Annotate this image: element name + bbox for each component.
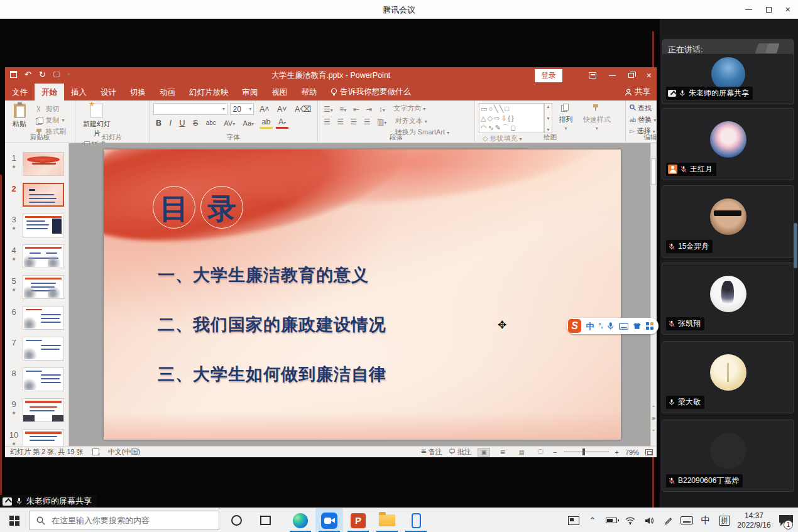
zoom-slider-thumb[interactable]	[582, 448, 585, 455]
text-direction-button[interactable]: 文字方向 ▾	[393, 104, 425, 113]
taskbar-powerpoint[interactable]	[344, 508, 372, 532]
replace-button[interactable]: ab 替换 ▾	[630, 115, 656, 124]
tab-transitions[interactable]: 切换	[123, 84, 153, 100]
decrease-indent-button[interactable]: ⇤	[351, 104, 361, 114]
toc-item-2[interactable]: 二、我们国家的廉政建设情况	[158, 313, 386, 336]
thumbnail-row[interactable]: 10★	[5, 429, 68, 446]
zoom-in-button[interactable]: +	[615, 448, 619, 456]
editor-scrollbar[interactable]	[650, 143, 657, 446]
shrink-font-button[interactable]: A˅	[275, 104, 290, 114]
thumbnail-row[interactable]: 4★	[5, 244, 68, 275]
text-shadow-button[interactable]: abc	[204, 119, 219, 127]
participant-tile[interactable]: 朱老师的屏幕共享	[662, 53, 794, 104]
slide-3-thumbnail[interactable]	[23, 214, 64, 237]
participant-tile[interactable]: 王红月	[662, 108, 794, 180]
ppt-minimize-icon[interactable]	[609, 75, 616, 76]
participant-tile[interactable]: 15金羿舟	[662, 185, 794, 258]
justify-button[interactable]: ☰	[362, 117, 373, 127]
slide-sorter-view-button[interactable]: ⊞	[496, 448, 509, 457]
thumbnail-row[interactable]: 6	[5, 306, 68, 337]
action-center-button[interactable]: 1	[774, 508, 798, 532]
strikethrough-button[interactable]: S	[190, 118, 200, 128]
pen-ime-button[interactable]	[659, 508, 677, 532]
spellcheck-icon[interactable]	[92, 448, 99, 455]
ime-mode-toggle[interactable]: 中	[586, 322, 594, 330]
quick-styles-button[interactable]: 快速样式▾	[579, 103, 615, 132]
shape-gallery-scroll[interactable]: ▲▼▼	[544, 103, 552, 133]
maximize-icon[interactable]	[766, 7, 772, 13]
ime-pinyin-indicator[interactable]: 拼	[715, 508, 734, 532]
tab-animations[interactable]: 动画	[153, 84, 182, 100]
toc-item-1[interactable]: 一、大学生廉洁教育的意义	[158, 264, 369, 286]
language-status[interactable]: 中文(中国)	[108, 447, 140, 457]
arrange-button[interactable]: 排列▾	[555, 103, 576, 132]
taskbar-file-explorer[interactable]	[373, 508, 401, 532]
highlight-color-button[interactable]: ab	[260, 117, 273, 129]
font-color-button[interactable]: A▾	[276, 117, 288, 129]
tab-slideshow[interactable]: 幻灯片放映	[182, 84, 236, 100]
ppt-restore-icon[interactable]	[628, 73, 634, 78]
slide-canvas[interactable]: 目 录 一、大学生廉洁教育的意义 二、我们国家的廉政建设情况 三、大学生如何做到…	[104, 149, 621, 440]
tab-file[interactable]: 文件	[5, 84, 35, 100]
slide-1-thumbnail[interactable]	[23, 152, 64, 176]
tab-view[interactable]: 视图	[265, 84, 295, 100]
ppt-close-icon[interactable]: ×	[647, 71, 652, 80]
slide-title[interactable]: 目 录	[154, 188, 242, 229]
align-center-button[interactable]: ☰	[335, 117, 346, 127]
grow-font-button[interactable]: A˄	[257, 104, 272, 114]
start-button[interactable]	[0, 508, 29, 532]
tab-design[interactable]: 设计	[94, 84, 123, 100]
thumbnail-row[interactable]: 3★	[5, 214, 68, 244]
touch-keyboard-button[interactable]	[677, 508, 696, 532]
align-left-button[interactable]: ☰	[322, 117, 332, 127]
participant-tile[interactable]: 梁大敬	[662, 341, 794, 413]
sogou-ime-toolbar[interactable]: S 中 °,	[567, 318, 659, 334]
soft-keyboard-icon[interactable]	[619, 323, 629, 330]
wifi-indicator[interactable]	[621, 508, 640, 532]
toc-item-3[interactable]: 三、大学生如何做到廉洁自律	[158, 363, 386, 386]
news-widget-button[interactable]	[564, 508, 583, 532]
taskbar-search-box[interactable]	[30, 511, 219, 530]
clear-formatting-button[interactable]: A⌫	[292, 104, 314, 114]
toolbox-grid-icon[interactable]	[646, 322, 653, 330]
thumbnail-row-selected[interactable]: 2	[5, 183, 68, 214]
bold-button[interactable]: B	[153, 118, 164, 128]
battery-indicator[interactable]	[602, 508, 621, 532]
taskbar-your-phone[interactable]	[402, 508, 430, 532]
taskbar-tencent-meeting[interactable]	[315, 508, 343, 532]
voice-input-icon[interactable]	[607, 322, 615, 330]
align-right-button[interactable]: ☰	[348, 117, 359, 127]
cortana-button[interactable]	[222, 508, 250, 532]
font-name-combobox[interactable]: ▾	[153, 103, 227, 115]
reading-view-button[interactable]: ▤	[515, 448, 528, 457]
skin-tshirt-icon[interactable]	[633, 322, 642, 330]
zoom-percentage[interactable]: 79%	[625, 448, 639, 456]
volume-indicator[interactable]	[640, 508, 659, 532]
cut-button[interactable]: 剪切	[35, 104, 66, 114]
shape-gallery[interactable]: ▭○╲╲□△◇⇨⇩{}◠∿✎⌒◻	[479, 103, 544, 133]
previous-slide-button[interactable]: ⌃	[652, 405, 656, 411]
slide-4-thumbnail[interactable]	[23, 244, 64, 268]
increase-indent-button[interactable]: ⇥	[364, 104, 374, 114]
tab-insert[interactable]: 插入	[64, 84, 94, 100]
zoom-slider[interactable]	[564, 452, 609, 452]
notes-button[interactable]: ≝ 备注	[421, 447, 442, 457]
zoom-out-button[interactable]: −	[553, 448, 557, 456]
italic-button[interactable]: I	[167, 118, 173, 128]
slide-8-thumbnail[interactable]	[23, 367, 64, 391]
columns-button[interactable]: ▥▾	[375, 117, 388, 127]
font-size-combobox[interactable]: 20▾	[230, 103, 254, 115]
punctuation-icon[interactable]: °,	[598, 323, 603, 329]
tell-me-box[interactable]: 告诉我你想要做什么	[324, 84, 418, 100]
fit-to-window-icon[interactable]	[645, 449, 653, 455]
search-input[interactable]	[50, 515, 201, 526]
slideshow-view-button[interactable]: 🖵	[534, 448, 547, 457]
participant-tile[interactable]: 张凯翔	[662, 263, 794, 335]
slide-7-thumbnail[interactable]	[23, 337, 64, 361]
ppt-share-button[interactable]: 共享	[625, 87, 650, 97]
bullets-button[interactable]: ☰▾	[322, 104, 335, 114]
comments-button[interactable]: 🗩 批注	[449, 447, 471, 457]
character-spacing-button[interactable]: AV▾	[221, 119, 238, 128]
underline-button[interactable]: U	[177, 118, 187, 128]
copy-button[interactable]: 复制▾	[35, 116, 66, 125]
